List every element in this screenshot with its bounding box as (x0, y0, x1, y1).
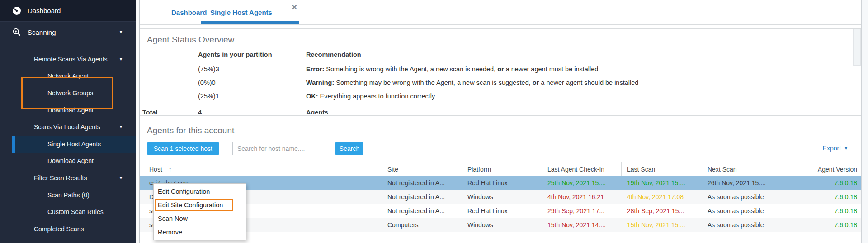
overview-scrollbar-thumb[interactable] (853, 29, 861, 66)
close-tab-icon[interactable]: ✕ (291, 3, 297, 12)
agents-title: Agents for this account (147, 126, 234, 136)
sidebar-item-download-agent[interactable]: Download Agent (0, 153, 136, 170)
overview-total-row: Total 4 Agents (140, 109, 861, 114)
sidebar-item-network-agent[interactable]: Network Agent (0, 68, 136, 85)
cell-version: 7.6.0.18 (787, 204, 861, 218)
chevron-down-icon: ▼ (119, 176, 123, 180)
search-button[interactable]: Search (335, 142, 363, 155)
chevron-down-icon: ▼ (119, 30, 123, 34)
column-header-label: Last Agent Check-In (547, 166, 604, 173)
scan-selected-host-button[interactable]: Scan 1 selected host (147, 142, 219, 155)
agents-panel: Agents for this account Scan 1 selected … (140, 115, 861, 243)
chevron-down-icon: ▼ (119, 57, 123, 61)
sidebar-item-label: Download Agent (47, 157, 94, 164)
cell-checkin: 4th Nov, 2021 16:21 (542, 190, 622, 204)
content-left-scrollbar[interactable] (136, 0, 140, 243)
cell-site: Computers (382, 218, 462, 232)
overview-title: Agent Status Overview (147, 35, 234, 45)
search-input[interactable] (232, 142, 330, 155)
partition-value: (25%)1 (198, 93, 219, 100)
tab-single-host-label: Single Host Agents (210, 9, 272, 16)
recommendation-column-header: Recommendation (306, 51, 361, 58)
cell-last_scan: 28th Sep, 2021 15... (622, 204, 702, 218)
sidebar-item-download-agent[interactable]: Download Agent (0, 102, 136, 119)
cell-platform: Red Hat Linux (462, 204, 542, 218)
cell-platform: Windows (462, 190, 542, 204)
export-label: Export (823, 145, 841, 152)
table-row[interactable]: csi7.abc7.comNot registered in A...Red H… (140, 176, 861, 190)
menu-item-edit-site-configuration-annotated[interactable]: Edit Site Configuration (154, 198, 246, 212)
sidebar-item-label: Custom Scan Rules (47, 208, 104, 215)
cell-checkin: 29th Sep, 2021 17... (542, 204, 622, 218)
sidebar-item-completed-scans[interactable]: Completed Scans (0, 220, 136, 238)
sidebar-item-filter-scan-results[interactable]: Filter Scan Results▼ (0, 169, 136, 187)
sidebar-item-custom-scan-rules[interactable]: Custom Scan Rules (0, 203, 136, 220)
table-row[interactable]: DNot registered in A...Windows4th Nov, 2… (140, 190, 861, 204)
column-header-label: Platform (467, 166, 491, 173)
sidebar-scanning-label: Scanning (28, 28, 56, 36)
cell-next_scan: As soon as possible (702, 204, 787, 218)
sidebar-item-label: Download Agent (47, 107, 94, 114)
sidebar-item-single-host-agents[interactable]: Single Host Agents (0, 136, 136, 153)
scanning-magnifier-icon (12, 28, 21, 37)
sidebar-dashboard-label: Dashboard (28, 7, 61, 14)
menu-item-scan-now[interactable]: Scan Now (154, 212, 246, 225)
sidebar-item-label: Scans Via Local Agents (34, 123, 100, 131)
sidebar-divider (0, 241, 136, 241)
sidebar-item-network-groups[interactable]: Network Groups (0, 84, 136, 102)
page-scrollbar[interactable] (861, 0, 868, 243)
overview-header-row: Agents in your partition Recommendation (140, 51, 861, 59)
cell-next_scan: 26th Nov, 2021 15:... (702, 176, 787, 190)
menu-item-edit-configuration[interactable]: Edit Configuration (154, 185, 246, 198)
sidebar-menu: Remote Scans Via Agents▼Network AgentNet… (0, 42, 136, 238)
sidebar-item-label: Scan Paths (0) (47, 192, 90, 199)
tab-dashboard-label: Dashboard (171, 9, 207, 16)
sidebar-item-scan-paths-0[interactable]: Scan Paths (0) (0, 187, 136, 204)
export-dropdown[interactable]: Export ▼ (823, 145, 848, 152)
cell-next_scan: As soon as possible (702, 190, 787, 204)
column-header-last-scan[interactable]: Last Scan (622, 162, 702, 176)
table-row[interactable]: suComputersWindows15th Nov, 2021 14:...1… (140, 218, 861, 232)
sidebar-item-scans-via-local-agents[interactable]: Scans Via Local Agents▼ (0, 118, 136, 136)
column-header-agent-version[interactable]: Agent Version (787, 162, 861, 176)
cell-last_scan: 15th Nov, 2021 15:... (622, 218, 702, 232)
column-header-label: Next Scan (708, 166, 737, 173)
table-row[interactable]: suNot registered in A...Red Hat Linux29t… (140, 204, 861, 218)
sidebar-item-label: Filter Scan Results (34, 174, 87, 182)
sidebar-item-remote-scans-via-agents[interactable]: Remote Scans Via Agents▼ (0, 51, 136, 68)
dashboard-gauge-icon (12, 6, 21, 15)
sort-ascending-icon: ↑ (169, 166, 172, 173)
column-header-next-scan[interactable]: Next Scan (702, 162, 787, 176)
cell-last_scan: 4th Nov, 2021 17:08 (622, 190, 702, 204)
column-header-host[interactable]: Host↑ (140, 162, 382, 176)
cell-next_scan: As soon as possible (702, 218, 787, 232)
tab-bar: Dashboard Single Host Agents ✕ (140, 0, 861, 25)
sidebar-item-label: Network Agent (47, 72, 89, 79)
overview-status-row: (25%)1OK: Everything appears to function… (140, 93, 861, 101)
column-header-label: Agent Version (818, 166, 857, 173)
column-header-last-agent-check-in[interactable]: Last Agent Check-In (542, 162, 622, 176)
active-tab-underline (201, 21, 299, 24)
sidebar-item-scanning[interactable]: Scanning ▼ (0, 22, 136, 42)
partition-value: (0%)0 (198, 79, 216, 86)
agents-table-rows: csi7.abc7.comNot registered in A...Red H… (140, 176, 861, 232)
column-header-label: Site (387, 166, 398, 173)
cell-platform: Windows (462, 218, 542, 232)
recommendation-text: Error: Something is wrong with the Agent… (306, 65, 598, 73)
cell-platform: Red Hat Linux (462, 176, 542, 190)
total-label: Total (142, 109, 158, 114)
column-header-platform[interactable]: Platform (462, 162, 542, 176)
sidebar-item-dashboard[interactable]: Dashboard (0, 0, 136, 22)
sidebar-item-label: Completed Scans (34, 225, 84, 233)
cell-checkin: 15th Nov, 2021 14:... (542, 218, 622, 232)
column-header-site[interactable]: Site (382, 162, 462, 176)
agents-table-header: Host↑SitePlatformLast Agent Check-InLast… (140, 162, 861, 176)
cell-version: 7.6.0.18 (787, 218, 861, 232)
recommendation-text: Warning: Something may be wrong with the… (306, 79, 638, 86)
cell-site: Not registered in A... (382, 190, 462, 204)
menu-item-remove[interactable]: Remove (154, 225, 246, 239)
cell-last_scan: 19th Nov, 2021 15:... (622, 176, 702, 190)
cell-checkin: 25th Nov, 2021 15:... (542, 176, 622, 190)
recommendation-text: OK: Everything appears to function corre… (306, 93, 435, 100)
sidebar: Dashboard Scanning ▼ Remote Scans Via Ag… (0, 0, 136, 243)
